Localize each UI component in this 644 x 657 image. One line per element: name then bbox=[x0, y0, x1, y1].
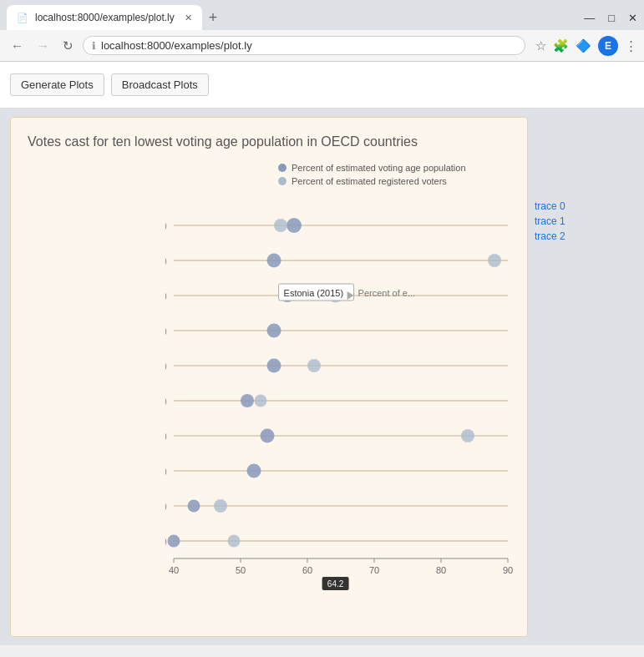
address-bar[interactable]: ℹ localhost:8000/examples/plot.ly bbox=[83, 36, 525, 55]
reload-button[interactable]: ↻ bbox=[58, 37, 78, 55]
chart-svg[interactable]: Portugal (2011)Luxembourg (2013)Estonia … bbox=[165, 200, 525, 600]
browser-tab[interactable]: 📄 localhost:8000/examples/plot.ly ✕ bbox=[7, 5, 202, 30]
close-button[interactable]: ✕ bbox=[628, 12, 637, 24]
svg-point-3 bbox=[274, 219, 287, 232]
generate-plots-button[interactable]: Generate Plots bbox=[10, 73, 104, 96]
svg-point-7 bbox=[488, 254, 501, 267]
svg-text:80: 80 bbox=[436, 565, 446, 575]
svg-point-18 bbox=[307, 359, 321, 372]
profile-extension-button[interactable]: 🔷 bbox=[576, 38, 591, 53]
svg-text:40: 40 bbox=[169, 565, 179, 575]
profile-button[interactable]: E bbox=[598, 36, 618, 56]
svg-point-17 bbox=[267, 359, 281, 373]
svg-text:Estonia (2015): Estonia (2015) bbox=[165, 291, 167, 301]
legend: Percent of estimated voting age populati… bbox=[278, 163, 510, 186]
chart-wrapper: Votes cast for ten lowest voting age pop… bbox=[10, 117, 528, 637]
tab-close-button[interactable]: ✕ bbox=[185, 13, 192, 23]
svg-point-6 bbox=[267, 254, 281, 268]
back-button[interactable]: ← bbox=[7, 37, 28, 54]
svg-text:Japan (2014): Japan (2014) bbox=[165, 466, 167, 476]
svg-text:70: 70 bbox=[369, 565, 379, 575]
svg-text:90: 90 bbox=[503, 565, 513, 575]
svg-text:Portugal (2011): Portugal (2011) bbox=[165, 220, 167, 230]
title-bar: 📄 localhost:8000/examples/plot.ly ✕ + — … bbox=[0, 0, 644, 30]
toolbar: Generate Plots Broadcast Plots bbox=[10, 68, 634, 101]
extension-button[interactable]: 🧩 bbox=[553, 38, 569, 53]
legend-item-2: Percent of estimated registered voters bbox=[278, 176, 510, 186]
nav-icons: ☆ 🧩 🔷 E ⋮ bbox=[535, 36, 637, 56]
svg-text:Estonia (2015): Estonia (2015) bbox=[284, 288, 344, 298]
svg-point-21 bbox=[241, 394, 254, 407]
svg-point-22 bbox=[255, 395, 267, 407]
svg-text:60: 60 bbox=[302, 565, 312, 575]
svg-text:United States (2012): United States (2012) bbox=[165, 431, 167, 441]
svg-text:Chile (2013): Chile (2013) bbox=[165, 501, 167, 511]
broadcast-plots-button[interactable]: Broadcast Plots bbox=[111, 73, 209, 96]
svg-text:Luxembourg (2013): Luxembourg (2013) bbox=[165, 255, 167, 265]
page-content: Generate Plots Broadcast Plots bbox=[0, 62, 644, 109]
svg-text:64.2: 64.2 bbox=[327, 579, 344, 589]
legend-dot-2 bbox=[278, 177, 287, 185]
right-panel: trace 0 trace 1 trace 2 bbox=[535, 117, 565, 637]
menu-button[interactable]: ⋮ bbox=[625, 38, 637, 53]
legend-label-1: Percent of estimated voting age populati… bbox=[292, 163, 466, 173]
security-icon: ℹ bbox=[92, 40, 96, 52]
svg-text:Percent of e...: Percent of e... bbox=[358, 288, 415, 298]
tab-title: localhost:8000/examples/plot.ly bbox=[35, 12, 175, 23]
address-text: localhost:8000/examples/plot.ly bbox=[101, 39, 516, 52]
trace-1-label[interactable]: trace 1 bbox=[535, 215, 565, 227]
svg-point-36 bbox=[168, 535, 180, 548]
svg-text:50: 50 bbox=[236, 565, 246, 575]
chart-container[interactable]: Votes cast for ten lowest voting age pop… bbox=[10, 117, 528, 637]
legend-item-1: Percent of estimated voting age populati… bbox=[278, 163, 510, 173]
legend-label-2: Percent of estimated registered voters bbox=[292, 176, 447, 186]
new-tab-button[interactable]: + bbox=[202, 9, 225, 27]
svg-point-32 bbox=[188, 500, 200, 513]
svg-point-29 bbox=[247, 464, 261, 478]
bookmark-button[interactable]: ☆ bbox=[535, 38, 546, 53]
svg-point-33 bbox=[214, 499, 227, 513]
svg-text:Slovenia (2014): Slovenia (2014) bbox=[165, 396, 167, 406]
svg-text:Switzerland (2011): Switzerland (2011) bbox=[165, 536, 167, 546]
svg-point-37 bbox=[228, 535, 241, 548]
minimize-button[interactable]: — bbox=[584, 12, 595, 24]
main-area: Votes cast for ten lowest voting age pop… bbox=[0, 109, 644, 645]
plot-area: Portugal (2011)Luxembourg (2013)Estonia … bbox=[165, 200, 502, 603]
chart-title: Votes cast for ten lowest voting age pop… bbox=[28, 134, 510, 149]
nav-bar: ← → ↻ ℹ localhost:8000/examples/plot.ly … bbox=[0, 30, 644, 62]
window-controls: — □ ✕ bbox=[584, 12, 637, 24]
svg-point-25 bbox=[261, 429, 275, 443]
svg-point-26 bbox=[461, 429, 474, 442]
svg-point-2 bbox=[287, 218, 302, 233]
svg-text:Canada (2011): Canada (2011) bbox=[165, 361, 167, 371]
legend-dot-1 bbox=[278, 164, 287, 172]
svg-text:Poland (2010): Poland (2010) bbox=[165, 326, 167, 336]
forward-button[interactable]: → bbox=[33, 37, 53, 54]
maximize-button[interactable]: □ bbox=[608, 12, 615, 24]
svg-point-14 bbox=[267, 324, 281, 338]
trace-2-label[interactable]: trace 2 bbox=[535, 230, 565, 242]
trace-0-label[interactable]: trace 0 bbox=[535, 200, 565, 212]
tab-favicon: 📄 bbox=[17, 13, 28, 23]
browser-window: 📄 localhost:8000/examples/plot.ly ✕ + — … bbox=[0, 0, 644, 645]
